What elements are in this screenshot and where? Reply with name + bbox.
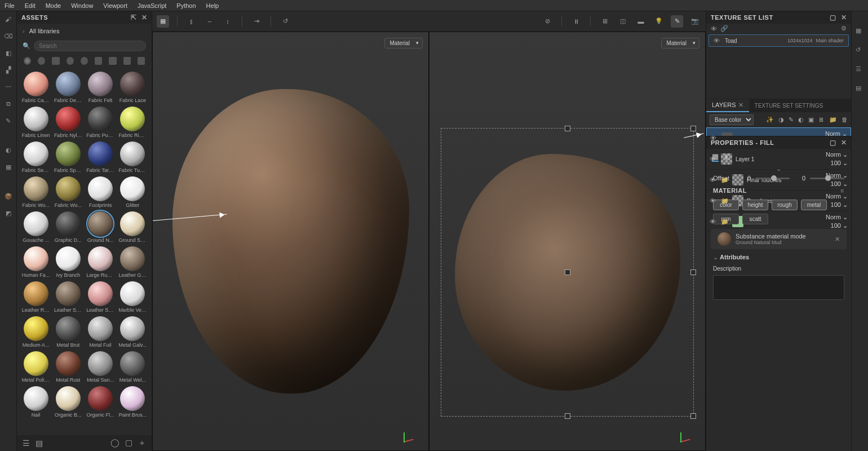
add-effect-icon[interactable]: ✎ (789, 116, 794, 123)
asset-item[interactable]: Fabric Can... (21, 72, 50, 103)
delete-icon[interactable]: 🗑 (842, 116, 848, 123)
eye-icon[interactable]: 👁 (710, 218, 718, 225)
asset-item[interactable]: Graphic D... (54, 211, 82, 243)
menu-edit[interactable]: Edit (25, 2, 36, 9)
asset-item[interactable]: Metal Foil (86, 316, 115, 348)
asset-item[interactable]: Ivy Branch (54, 246, 82, 278)
asset-item[interactable]: Fabric Wo... (21, 176, 50, 208)
grid-view-icon[interactable]: ▤ (36, 439, 43, 448)
picker-tool-icon[interactable]: ✎ (4, 116, 13, 125)
asset-item[interactable]: Metal Rust (54, 351, 82, 383)
asset-item[interactable]: Fabric Seam (21, 142, 50, 173)
asset-item[interactable]: Fabric Rips... (118, 107, 147, 138)
chevron-down-icon[interactable]: ⌄ (706, 165, 851, 173)
eye-icon[interactable]: 👁 (710, 176, 718, 183)
offset-x-slider[interactable] (755, 178, 790, 179)
filter-mesh-icon[interactable] (95, 57, 102, 65)
library-icon[interactable]: ▤ (856, 85, 865, 94)
asset-item[interactable]: Human Fa... (21, 246, 50, 278)
mirror-y-icon[interactable]: ↕ (222, 15, 234, 28)
asset-item[interactable]: Metal Galv... (118, 316, 147, 348)
toolbox-icon[interactable]: 📦 (4, 192, 13, 201)
add-folder-icon[interactable]: 📁 (829, 116, 837, 123)
menu-file[interactable]: File (5, 2, 15, 9)
mirror-x-icon[interactable]: ↔ (203, 15, 216, 28)
texture-set-icon[interactable]: ▦ (856, 27, 865, 36)
asset-item[interactable]: Metal San... (86, 351, 115, 383)
history-icon[interactable]: ↺ (279, 15, 291, 28)
log-icon[interactable]: ☰ (856, 65, 865, 74)
channel-scatt-button[interactable]: scatt (742, 214, 768, 224)
refresh-icon[interactable]: ◯ (110, 438, 119, 448)
tab-layers[interactable]: LAYERS✕ (706, 99, 749, 112)
asset-item[interactable]: Ground Sa... (118, 211, 147, 243)
pop-out-icon[interactable]: ⇱ (131, 14, 137, 21)
asset-item[interactable]: Nail (21, 386, 50, 418)
channel-height-button[interactable]: height (742, 200, 768, 210)
assets-search-input[interactable] (34, 41, 146, 51)
description-textarea[interactable] (713, 275, 844, 300)
asset-item[interactable]: Fabric Nylon (54, 107, 82, 138)
viewport-3d[interactable]: Material (152, 32, 429, 451)
filter-env-icon[interactable] (123, 57, 131, 65)
tab-texture-set-settings[interactable]: TEXTURE SET SETTINGS (749, 100, 829, 112)
camera-settings-icon[interactable]: ⊞ (599, 15, 611, 28)
asset-item[interactable]: Gouache ... (21, 211, 50, 243)
offset-y-slider[interactable] (810, 178, 844, 179)
quick-mask-icon[interactable]: ▦ (4, 162, 13, 171)
tab-material-icon[interactable]: ◐ (724, 152, 730, 162)
add-layer-icon[interactable]: 🗎 (818, 116, 825, 123)
magic-wand-icon[interactable]: ✨ (766, 116, 774, 123)
filter-material-icon[interactable] (24, 57, 31, 65)
history-icon[interactable]: ↺ (856, 46, 865, 55)
menu-window[interactable]: Window (71, 2, 93, 9)
asset-item[interactable]: Fabric Puc... (86, 107, 115, 138)
symmetry-icon[interactable]: ⫿ (185, 15, 198, 28)
asset-item[interactable]: Medium A... (21, 316, 50, 348)
asset-item[interactable]: Leather Su... (86, 281, 115, 313)
smudge-tool-icon[interactable]: 〰 (4, 82, 13, 91)
filter-brush-icon[interactable] (67, 57, 74, 65)
hide-excluded-icon[interactable]: ⊘ (541, 15, 553, 28)
polygon-fill-icon[interactable]: ▞ (4, 65, 13, 74)
filter-smart-material-icon[interactable] (38, 57, 45, 65)
viewport-2d-mode-dropdown[interactable]: Material (661, 38, 699, 48)
brush-tool-icon[interactable]: 🖌 (4, 15, 13, 24)
asset-item[interactable]: Glitter (118, 176, 147, 208)
asset-item[interactable]: Metal Polis... (21, 351, 50, 383)
remove-material-icon[interactable]: ✕ (835, 236, 840, 243)
close-icon[interactable]: ✕ (841, 14, 847, 21)
asset-item[interactable]: Ground N... (86, 211, 115, 243)
channel-rough-button[interactable]: rough (772, 200, 798, 210)
menu-javascript[interactable]: JavaScript (138, 2, 166, 9)
asset-item[interactable]: Leather Re... (21, 281, 50, 313)
asset-item[interactable]: Fabric Lace (118, 72, 147, 103)
assets-breadcrumb[interactable]: › All libraries (17, 24, 152, 38)
eye-icon[interactable]: 👁 (710, 135, 718, 142)
add-fill-layer-icon[interactable]: ▣ (808, 116, 814, 123)
menu-mode[interactable]: Mode (46, 2, 61, 9)
light-icon[interactable]: 💡 (653, 15, 665, 28)
add-icon[interactable]: ＋ (138, 438, 146, 448)
menu-viewport[interactable]: Viewport (103, 2, 127, 9)
viewport-2d[interactable]: Material (429, 32, 706, 451)
asset-item[interactable]: Leather Skin (54, 281, 82, 313)
settings-icon[interactable]: ⚙ (841, 25, 847, 32)
screenshot-icon[interactable]: 📷 (689, 15, 701, 28)
viewport-3d-mode-dropdown[interactable]: Material (384, 38, 423, 48)
eye-icon[interactable]: 👁 (714, 37, 721, 44)
folder-icon[interactable]: ▢ (125, 438, 132, 448)
pause-icon[interactable]: ⏸ (570, 15, 582, 28)
asset-item[interactable]: Fabric Tup... (118, 142, 147, 173)
add-adjustment-icon[interactable]: ◐ (798, 116, 804, 123)
channel-metal-button[interactable]: metal (801, 200, 827, 210)
maximize-icon[interactable]: ▢ (830, 14, 836, 21)
eye-icon[interactable]: 👁 (710, 197, 718, 204)
menu-python[interactable]: Python (176, 2, 196, 9)
list-view-icon[interactable]: ☰ (23, 439, 30, 448)
import-icon[interactable]: ⇥ (250, 15, 263, 28)
filter-shader-icon[interactable] (109, 57, 116, 65)
eye-icon[interactable]: 👁 (710, 239, 718, 240)
eraser-tool-icon[interactable]: ⌫ (4, 32, 13, 41)
iray-icon[interactable]: ✎ (671, 15, 683, 28)
